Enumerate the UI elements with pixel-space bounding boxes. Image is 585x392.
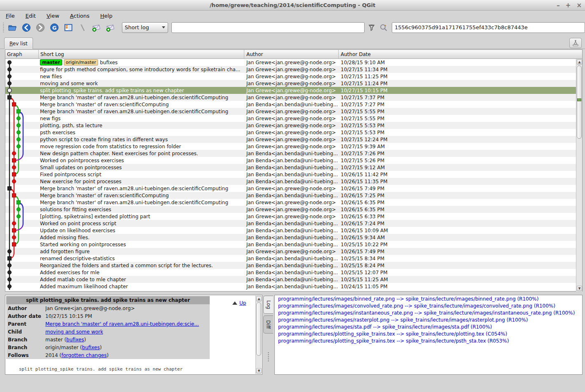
minimize-button[interactable]: – [557, 2, 560, 9]
layout-toggle-button[interactable] [569, 38, 582, 48]
file-rename-entry[interactable]: programming/lectures/plotting_spike_trai… [275, 330, 582, 337]
commit-row[interactable]: New exercise for point processesJan Bend… [5, 178, 576, 185]
commit-row[interactable]: Merge branch 'master' of raven.am28.uni-… [5, 199, 576, 206]
view-panels-button[interactable] [63, 22, 74, 33]
commit-row[interactable]: Merge branch 'master' of raven:scientifi… [5, 101, 576, 108]
file-rename-entry[interactable]: programming/lectures/images/convolved_ra… [275, 302, 582, 309]
rev-list-scrollbar[interactable]: ▲ ▼ [576, 59, 582, 292]
author-date-cell: 10/27/15 7:37 PM [339, 94, 576, 101]
column-header-author-date[interactable]: Author Date [339, 50, 582, 58]
commit-row[interactable]: Worked on pointprocess exercisesJan Bend… [5, 157, 576, 164]
author-date-cell: 10/27/15 5:26 PM [339, 157, 576, 164]
commit-row[interactable]: Worked on point process scriptJan Benda<… [5, 220, 576, 227]
commit-row[interactable]: Added matlab code to mle chapterJan Bend… [5, 276, 576, 283]
commit-row[interactable]: new figsJan Grewe<jan.grewe@g-node.org>1… [5, 115, 576, 122]
detail-link[interactable]: forgotten changes [61, 352, 107, 358]
short-log-text: Added maximum likelihood chapter [40, 284, 128, 289]
detail-link[interactable]: moving and some work [45, 329, 103, 335]
commit-row[interactable]: renamed descriptive-statisticsJan Benda<… [5, 255, 576, 262]
open-repo-button[interactable] [7, 22, 18, 33]
up-control[interactable]: Up [232, 300, 246, 306]
save-patch-button[interactable] [91, 22, 102, 33]
author-date-cell: 10/26/15 6:35 PM [339, 206, 576, 213]
file-rename-entry[interactable]: programming/lectures/images/sta.pdf --> … [275, 323, 582, 330]
scroll-up-arrow-icon[interactable]: ▲ [577, 59, 582, 65]
back-button[interactable] [21, 22, 32, 33]
detail-link[interactable]: bufixes [82, 345, 100, 350]
commit-detail-box: split plotting_spike trains. add spike t… [6, 296, 210, 359]
home-button[interactable]: G [49, 22, 60, 33]
commit-row[interactable]: split plotting_spike trains. add spike t… [5, 87, 576, 94]
file-rename-entry[interactable]: programming/lectures/images/binned_rate.… [275, 295, 582, 302]
commit-row[interactable]: psth exercisesJan Grewe<jan.grewe@g-node… [5, 129, 576, 136]
log-view-select[interactable]: Short log [122, 22, 168, 33]
file-rename-entry[interactable]: programming/lectures/images/instantaneou… [275, 309, 582, 316]
commit-graph [6, 59, 39, 290]
author-cell: Jan Benda<jan.benda@uni-tuebing... [244, 150, 339, 157]
detail-link[interactable]: bufixes [66, 337, 84, 343]
highlight-search-button[interactable] [379, 23, 388, 33]
apply-patch-button[interactable] [105, 22, 116, 33]
commit-row[interactable]: move regression code from statistics to … [5, 143, 576, 150]
commit-row[interactable]: Merge branch 'master' of raven.am28.uni-… [5, 94, 576, 101]
file-rename-entry[interactable]: programming/lectures/plotting_spike_trai… [275, 337, 582, 344]
commit-row[interactable]: moving and some workJan Grewe<jan.grewe@… [5, 80, 576, 87]
filter-input[interactable] [171, 22, 365, 33]
menu-edit[interactable]: Edit [26, 13, 36, 19]
column-header-short-log[interactable]: Short Log [39, 50, 244, 58]
commit-row[interactable]: Started working on pointprocessesJan Ben… [5, 241, 576, 248]
commit-row[interactable]: Added missing files.Jan Benda<jan.benda@… [5, 234, 576, 241]
detail-scrollbar-thumb[interactable] [256, 302, 261, 356]
commit-row[interactable]: masterorigin/masterbufixesJan Grewe<jan.… [5, 59, 576, 66]
file-rename-entry[interactable]: programming/lectures/images/rasterplot.p… [275, 316, 582, 323]
splitter-handle[interactable] [267, 352, 269, 362]
short-log-cell: move regression code from statistics to … [39, 143, 244, 150]
commit-row[interactable]: Merge branch 'master' of raven:scientifi… [5, 192, 576, 199]
up-link[interactable]: Up [239, 300, 246, 306]
commit-row[interactable]: [plotting, spiketrains] extended plottin… [5, 213, 576, 220]
commit-node [8, 271, 12, 274]
maximize-button[interactable]: + [566, 2, 571, 9]
short-log-text: new files [40, 74, 62, 79]
detail-link[interactable]: Merge branch 'master' of raven.am28.uni-… [45, 321, 199, 327]
scrollbar-thumb[interactable] [577, 65, 582, 139]
close-button[interactable]: × [576, 2, 582, 9]
commit-row[interactable]: python script to create firing rates in … [5, 136, 576, 143]
column-header-graph[interactable]: Graph [5, 50, 39, 58]
commit-row[interactable]: Merge branch 'master' of raven.am28.uni-… [5, 108, 576, 115]
column-header-author[interactable]: Author [244, 50, 339, 58]
menu-help[interactable]: Help [100, 13, 112, 19]
commit-row[interactable]: add forgotten figureJan Grewe<jan.grewe@… [5, 248, 576, 255]
forward-button[interactable] [35, 22, 46, 33]
commit-row[interactable]: Reorganized the folders and started a co… [5, 262, 576, 269]
tab-rev-list[interactable]: Rev list [4, 37, 33, 49]
menu-file[interactable]: File [6, 13, 15, 19]
commit-row[interactable]: Update on likelihood exercisesJan Benda<… [5, 227, 576, 234]
author-cell: Jan Grewe<jan.grewe@g-node.org> [244, 66, 339, 73]
commit-row[interactable]: Small updates on pointprocessesJan Benda… [5, 164, 576, 171]
author-cell: Jan Grewe<jan.grewe@g-node.org> [244, 80, 339, 87]
commit-row[interactable]: Added exercises for mleJan Benda<jan.ben… [5, 269, 576, 276]
commit-row[interactable]: Added maximum likelihood chapterJan Bend… [5, 283, 576, 290]
sha-input[interactable] [392, 22, 585, 33]
short-log-cell: split plotting_spike trains. add spike t… [39, 87, 244, 94]
tab-diff[interactable]: Diff [263, 315, 273, 334]
commit-row[interactable]: plotting, psth, sta lectureJan Grewe<jan… [5, 122, 576, 129]
commit-row[interactable]: solutions for fitting exercisesJan Grewe… [5, 206, 576, 213]
menu-view[interactable]: View [47, 13, 59, 19]
commit-row[interactable]: new filesJan Grewe<jan.grewe@g-node.org>… [5, 73, 576, 80]
commit-row[interactable]: Fixed pointprocess scriptJan Benda<jan.b… [5, 171, 576, 178]
detail-scroll-down-icon[interactable]: ▼ [256, 368, 262, 373]
scroll-down-arrow-icon[interactable]: ▼ [577, 286, 582, 291]
detail-scroll-up-icon[interactable]: ▲ [256, 296, 262, 301]
find-button[interactable] [77, 22, 88, 33]
commit-row[interactable]: figure for psth method comparsion, some … [5, 66, 576, 73]
toolbar-drag-handle[interactable] [2, 23, 5, 33]
detail-scrollbar[interactable]: ▲ ▼ [255, 296, 262, 374]
menu-actions[interactable]: Actions [70, 13, 90, 19]
tab-log[interactable]: Log [263, 296, 273, 314]
commit-row[interactable]: New design pattern chapter. Next exercis… [5, 150, 576, 157]
commit-row[interactable]: Merge branch 'master' of raven.am28.uni-… [5, 185, 576, 192]
filter-button[interactable] [367, 23, 377, 33]
detail-label: Author date [6, 313, 45, 319]
